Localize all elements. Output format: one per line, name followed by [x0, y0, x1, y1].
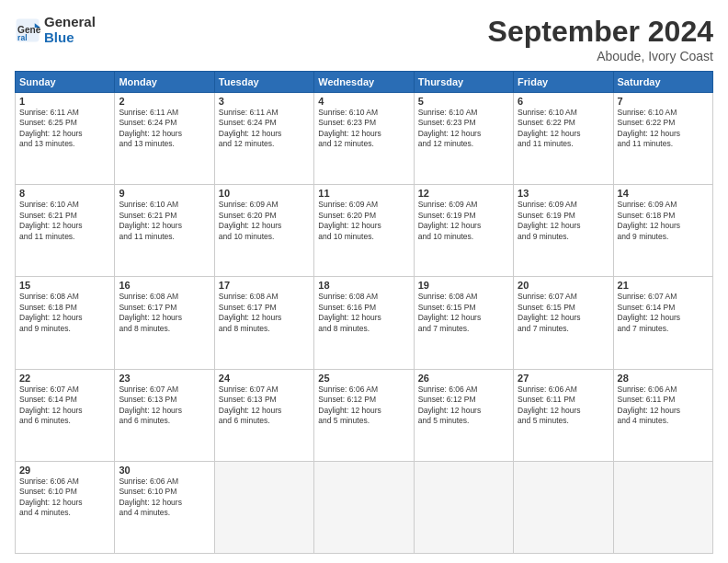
table-row: 23Sunrise: 6:07 AM Sunset: 6:13 PM Dayli…	[115, 369, 214, 461]
location-subtitle: Aboude, Ivory Coast	[488, 49, 713, 63]
table-row: 8Sunrise: 6:10 AM Sunset: 6:21 PM Daylig…	[16, 185, 115, 277]
day-info: Sunrise: 6:06 AM Sunset: 6:10 PM Dayligh…	[119, 477, 210, 519]
day-number: 21	[618, 280, 709, 291]
day-number: 11	[318, 188, 409, 199]
col-tuesday: Tuesday	[214, 72, 313, 93]
day-info: Sunrise: 6:08 AM Sunset: 6:17 PM Dayligh…	[119, 292, 210, 334]
day-info: Sunrise: 6:10 AM Sunset: 6:21 PM Dayligh…	[19, 200, 110, 242]
day-number: 16	[119, 280, 210, 291]
logo-line1: General	[44, 14, 96, 29]
logo-line2: Blue	[44, 30, 96, 46]
day-info: Sunrise: 6:10 AM Sunset: 6:22 PM Dayligh…	[618, 108, 709, 150]
day-info: Sunrise: 6:07 AM Sunset: 6:15 PM Dayligh…	[518, 292, 609, 334]
calendar-week-row: 22Sunrise: 6:07 AM Sunset: 6:14 PM Dayli…	[16, 369, 713, 461]
table-row: 2Sunrise: 6:11 AM Sunset: 6:24 PM Daylig…	[115, 93, 214, 185]
day-info: Sunrise: 6:08 AM Sunset: 6:15 PM Dayligh…	[418, 292, 509, 334]
table-row: 9Sunrise: 6:10 AM Sunset: 6:21 PM Daylig…	[115, 185, 214, 277]
day-info: Sunrise: 6:09 AM Sunset: 6:20 PM Dayligh…	[318, 200, 409, 242]
day-info: Sunrise: 6:08 AM Sunset: 6:16 PM Dayligh…	[318, 292, 409, 334]
col-friday: Friday	[514, 72, 613, 93]
table-row: 3Sunrise: 6:11 AM Sunset: 6:24 PM Daylig…	[214, 93, 313, 185]
svg-text:ral: ral	[17, 32, 27, 41]
table-row: 22Sunrise: 6:07 AM Sunset: 6:14 PM Dayli…	[16, 369, 115, 461]
day-number: 13	[518, 188, 609, 199]
logo: Gene ral General Blue	[15, 15, 96, 45]
day-number: 15	[19, 280, 110, 291]
calendar-week-row: 1Sunrise: 6:11 AM Sunset: 6:25 PM Daylig…	[16, 93, 713, 185]
table-row: 12Sunrise: 6:09 AM Sunset: 6:19 PM Dayli…	[414, 185, 513, 277]
table-row: 1Sunrise: 6:11 AM Sunset: 6:25 PM Daylig…	[16, 93, 115, 185]
table-row: 18Sunrise: 6:08 AM Sunset: 6:16 PM Dayli…	[314, 277, 414, 369]
month-title: September 2024	[488, 15, 713, 49]
table-row: 7Sunrise: 6:10 AM Sunset: 6:22 PM Daylig…	[613, 93, 712, 185]
table-row: 15Sunrise: 6:08 AM Sunset: 6:18 PM Dayli…	[16, 277, 115, 369]
day-number: 7	[618, 96, 709, 107]
table-row: 28Sunrise: 6:06 AM Sunset: 6:11 PM Dayli…	[613, 369, 712, 461]
day-number: 29	[19, 465, 110, 476]
col-wednesday: Wednesday	[314, 72, 414, 93]
calendar-week-row: 29Sunrise: 6:06 AM Sunset: 6:10 PM Dayli…	[16, 461, 713, 553]
table-row: 5Sunrise: 6:10 AM Sunset: 6:23 PM Daylig…	[414, 93, 513, 185]
day-number: 18	[318, 280, 409, 291]
calendar-week-row: 8Sunrise: 6:10 AM Sunset: 6:21 PM Daylig…	[16, 185, 713, 277]
day-number: 8	[19, 188, 110, 199]
day-info: Sunrise: 6:06 AM Sunset: 6:12 PM Dayligh…	[418, 385, 509, 427]
day-number: 25	[318, 373, 409, 384]
day-info: Sunrise: 6:11 AM Sunset: 6:25 PM Dayligh…	[19, 108, 110, 150]
day-number: 22	[19, 373, 110, 384]
day-number: 20	[518, 280, 609, 291]
table-row	[214, 461, 313, 553]
day-info: Sunrise: 6:09 AM Sunset: 6:20 PM Dayligh…	[219, 200, 310, 242]
table-row: 11Sunrise: 6:09 AM Sunset: 6:20 PM Dayli…	[314, 185, 414, 277]
day-number: 2	[119, 96, 210, 107]
table-row: 20Sunrise: 6:07 AM Sunset: 6:15 PM Dayli…	[514, 277, 613, 369]
table-row: 17Sunrise: 6:08 AM Sunset: 6:17 PM Dayli…	[214, 277, 313, 369]
table-row	[613, 461, 712, 553]
day-number: 10	[219, 188, 310, 199]
day-number: 24	[219, 373, 310, 384]
day-info: Sunrise: 6:08 AM Sunset: 6:18 PM Dayligh…	[19, 292, 110, 334]
day-info: Sunrise: 6:10 AM Sunset: 6:21 PM Dayligh…	[119, 200, 210, 242]
calendar-table: Sunday Monday Tuesday Wednesday Thursday…	[15, 71, 713, 554]
table-row: 19Sunrise: 6:08 AM Sunset: 6:15 PM Dayli…	[414, 277, 513, 369]
day-info: Sunrise: 6:10 AM Sunset: 6:23 PM Dayligh…	[318, 108, 409, 150]
table-row: 25Sunrise: 6:06 AM Sunset: 6:12 PM Dayli…	[314, 369, 414, 461]
table-row	[314, 461, 414, 553]
day-number: 9	[119, 188, 210, 199]
day-info: Sunrise: 6:09 AM Sunset: 6:19 PM Dayligh…	[518, 200, 609, 242]
table-row: 10Sunrise: 6:09 AM Sunset: 6:20 PM Dayli…	[214, 185, 313, 277]
table-row: 4Sunrise: 6:10 AM Sunset: 6:23 PM Daylig…	[314, 93, 414, 185]
day-info: Sunrise: 6:09 AM Sunset: 6:19 PM Dayligh…	[418, 200, 509, 242]
table-row: 16Sunrise: 6:08 AM Sunset: 6:17 PM Dayli…	[115, 277, 214, 369]
day-number: 28	[618, 373, 709, 384]
day-info: Sunrise: 6:07 AM Sunset: 6:13 PM Dayligh…	[219, 385, 310, 427]
table-row: 29Sunrise: 6:06 AM Sunset: 6:10 PM Dayli…	[16, 461, 115, 553]
day-info: Sunrise: 6:06 AM Sunset: 6:11 PM Dayligh…	[618, 385, 709, 427]
col-saturday: Saturday	[613, 72, 712, 93]
day-info: Sunrise: 6:09 AM Sunset: 6:18 PM Dayligh…	[618, 200, 709, 242]
day-info: Sunrise: 6:08 AM Sunset: 6:17 PM Dayligh…	[219, 292, 310, 334]
day-info: Sunrise: 6:10 AM Sunset: 6:22 PM Dayligh…	[518, 108, 609, 150]
table-row: 21Sunrise: 6:07 AM Sunset: 6:14 PM Dayli…	[613, 277, 712, 369]
day-number: 23	[119, 373, 210, 384]
day-number: 27	[518, 373, 609, 384]
table-row: 24Sunrise: 6:07 AM Sunset: 6:13 PM Dayli…	[214, 369, 313, 461]
col-sunday: Sunday	[16, 72, 115, 93]
day-info: Sunrise: 6:11 AM Sunset: 6:24 PM Dayligh…	[119, 108, 210, 150]
table-row: 30Sunrise: 6:06 AM Sunset: 6:10 PM Dayli…	[115, 461, 214, 553]
day-info: Sunrise: 6:06 AM Sunset: 6:11 PM Dayligh…	[518, 385, 609, 427]
day-info: Sunrise: 6:07 AM Sunset: 6:14 PM Dayligh…	[19, 385, 110, 427]
table-row: 14Sunrise: 6:09 AM Sunset: 6:18 PM Dayli…	[613, 185, 712, 277]
day-number: 5	[418, 96, 509, 107]
table-row: 27Sunrise: 6:06 AM Sunset: 6:11 PM Dayli…	[514, 369, 613, 461]
table-row	[514, 461, 613, 553]
day-info: Sunrise: 6:07 AM Sunset: 6:13 PM Dayligh…	[119, 385, 210, 427]
logo-icon: Gene ral	[15, 17, 40, 43]
day-number: 30	[119, 465, 210, 476]
table-row: 6Sunrise: 6:10 AM Sunset: 6:22 PM Daylig…	[514, 93, 613, 185]
table-row: 13Sunrise: 6:09 AM Sunset: 6:19 PM Dayli…	[514, 185, 613, 277]
day-info: Sunrise: 6:06 AM Sunset: 6:10 PM Dayligh…	[19, 477, 110, 519]
day-info: Sunrise: 6:06 AM Sunset: 6:12 PM Dayligh…	[318, 385, 409, 427]
day-number: 19	[418, 280, 509, 291]
col-monday: Monday	[115, 72, 214, 93]
